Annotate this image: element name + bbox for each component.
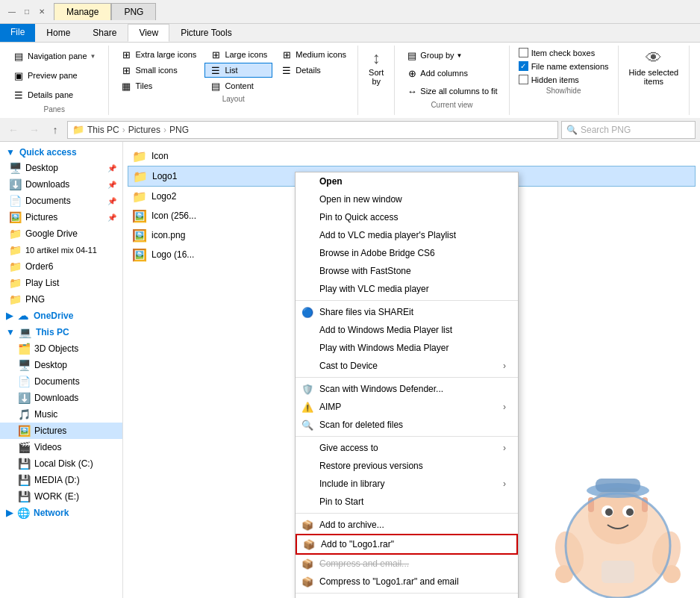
preview-pane-button[interactable]: ▣ Preview pane: [6, 66, 102, 84]
ctx-add-archive[interactable]: 📦 Add to archive...: [296, 516, 518, 534]
large-icons-btn[interactable]: ⊞ Large icons: [204, 47, 272, 62]
address-bar[interactable]: 📁 This PC › Pictures › PNG: [67, 121, 558, 139]
ctx-aimp[interactable]: ⚠️ AIMP ›: [296, 398, 518, 416]
sidebar-item-downloads-pc[interactable]: ⬇️ Downloads: [0, 390, 122, 406]
sidebar-item-documents-pc[interactable]: 📄 Documents: [0, 373, 122, 390]
ctx-shareit[interactable]: 🔵 Share files via SHAREit: [296, 303, 518, 321]
sidebar-item-pictures[interactable]: 🖼️ Pictures 📌: [0, 209, 122, 225]
order6-icon: 📁: [9, 261, 21, 272]
file-name-extensions[interactable]: ✓ File name extensions: [516, 60, 612, 72]
back-button[interactable]: ←: [4, 121, 22, 139]
ctx-add-logo1-rar[interactable]: 📦 Add to "Logo1.rar": [296, 534, 518, 555]
tab-share[interactable]: Share: [81, 24, 128, 42]
network-arrow: ▶: [6, 508, 13, 518]
ctx-browse-adobe[interactable]: Browse in Adobe Bridge CS6: [296, 244, 518, 262]
search-bar[interactable]: 🔍 Search PNG: [561, 121, 696, 139]
sidebar-item-videos[interactable]: 🎬 Videos: [0, 439, 122, 455]
file-icon-folder[interactable]: 📁 Icon: [128, 146, 696, 166]
search-icon: 🔍: [566, 125, 578, 135]
small-icons-btn[interactable]: ⊞ Small icons: [115, 63, 201, 78]
tab-picture-tools[interactable]: Picture Tools: [169, 24, 243, 42]
ctx-compress-logo1-email[interactable]: 📦 Compress to "Logo1.rar" and email: [296, 573, 518, 591]
ctx-give-access[interactable]: Give access to ›: [296, 439, 518, 457]
extra-large-btn[interactable]: ⊞ Extra large icons: [115, 47, 201, 62]
sidebar-item-order6[interactable]: 📁 Order6: [0, 258, 122, 275]
sidebar-item-10-artikel[interactable]: 📁 10 artikel mix 04-11: [0, 242, 122, 258]
list-btn[interactable]: ☰ List: [204, 63, 272, 78]
ctx-play-wmp[interactable]: Play with Windows Media Player: [296, 339, 518, 357]
hidden-items[interactable]: Hidden items: [516, 74, 612, 85]
ribbon-content: ▤ Navigation pane ▼ ▣ Preview pane ☰ Det…: [0, 42, 700, 118]
sidebar-item-playlist[interactable]: 📁 Play List: [0, 275, 122, 291]
ctx-sep1: [296, 300, 518, 301]
tiles-btn[interactable]: ▦ Tiles: [115, 78, 201, 93]
ctx-open[interactable]: Open: [296, 172, 518, 190]
sidebar-item-3d-objects[interactable]: 🗂️ 3D Objects: [0, 340, 122, 357]
layout-right: ⊞ Large icons ☰ List ▤ Content: [204, 47, 272, 93]
downloads-pc-icon: ⬇️: [18, 392, 30, 404]
ctx-play-vlc[interactable]: Play with VLC media player: [296, 280, 518, 298]
ctx-open-new-window[interactable]: Open in new window: [296, 190, 518, 208]
add-columns-icon: ⊕: [406, 67, 418, 79]
details-pane-button[interactable]: ☰ Details pane: [6, 86, 102, 104]
tab-view[interactable]: View: [128, 24, 169, 42]
ctx-add-vlc[interactable]: Add to VLC media player's Playlist: [296, 226, 518, 244]
ctx-pin-quick-access[interactable]: Pin to Quick access: [296, 208, 518, 226]
sidebar-item-desktop[interactable]: 🖥️ Desktop 📌: [0, 160, 122, 176]
nav-pane-button[interactable]: ▤ Navigation pane ▼: [6, 47, 102, 65]
large-icon: ⊞: [210, 49, 222, 60]
content-icon: ▤: [210, 80, 222, 92]
ctx-compress-email[interactable]: 📦 Compress and email...: [296, 555, 518, 573]
archive-icon: 📦: [301, 519, 313, 531]
sidebar-item-work-e[interactable]: 💾 WORK (E:): [0, 488, 122, 505]
item-check-boxes[interactable]: Item check boxes: [516, 47, 612, 58]
ctx-restore-versions[interactable]: Restore previous versions: [296, 457, 518, 475]
sidebar-item-local-disk-c[interactable]: 💾 Local Disk (C:): [0, 455, 122, 472]
sidebar-item-google-drive[interactable]: 📁 Google Drive: [0, 225, 122, 242]
item-check-checkbox: [519, 48, 528, 57]
hide-selected-button[interactable]: 👁 Hide selected items: [625, 47, 684, 87]
crumb-thispc[interactable]: This PC: [87, 125, 119, 135]
sidebar-item-png[interactable]: 📁 PNG: [0, 291, 122, 308]
this-pc-header[interactable]: ▼ 💻 This PC: [0, 324, 122, 340]
crumb-png[interactable]: PNG: [169, 125, 189, 135]
compress-email-icon: 📦: [301, 558, 313, 570]
sidebar-item-pictures-pc[interactable]: 🖼️ Pictures: [0, 423, 122, 439]
title-bar-icons: — □ ✕: [6, 6, 48, 18]
size-columns-button[interactable]: ↔ Size all columns to fit: [401, 83, 502, 99]
network-header[interactable]: ▶ 🌐 Network: [0, 505, 122, 521]
onedrive-header[interactable]: ▶ ☁ OneDrive: [0, 308, 122, 324]
tab-png[interactable]: PNG: [111, 3, 156, 20]
work-e-icon: 💾: [18, 490, 30, 502]
group-by-button[interactable]: ▤ Group by ▼: [401, 47, 502, 63]
sidebar-item-media-d[interactable]: 💾 MEDIA (D:): [0, 472, 122, 488]
ctx-scan-deleted[interactable]: 🔍 Scan for deleted files: [296, 416, 518, 434]
medium-icons-btn[interactable]: ⊞ Medium icons: [275, 47, 351, 62]
quick-access-header[interactable]: ▼ Quick access: [0, 145, 122, 160]
tab-manage[interactable]: Manage: [54, 3, 111, 20]
tab-home[interactable]: Home: [35, 24, 81, 42]
add-columns-button[interactable]: ⊕ Add columns: [401, 65, 502, 81]
sort-by-button[interactable]: ↕ Sort by: [364, 47, 388, 87]
maximize-icon[interactable]: □: [21, 6, 33, 18]
crumb-pictures[interactable]: Pictures: [128, 125, 160, 135]
small-icon: ⊞: [120, 64, 132, 76]
forward-button[interactable]: →: [25, 121, 43, 139]
sidebar-item-documents[interactable]: 📄 Documents 📌: [0, 193, 122, 209]
close-icon[interactable]: ✕: [36, 6, 48, 18]
sidebar-item-desktop-pc[interactable]: 🖥️ Desktop: [0, 357, 122, 373]
ctx-add-wmp[interactable]: Add to Windows Media Player list: [296, 321, 518, 339]
ctx-pin-start[interactable]: Pin to Start: [296, 493, 518, 511]
content-btn[interactable]: ▤ Content: [204, 78, 272, 93]
ctx-browse-faststone[interactable]: Browse with FastStone: [296, 262, 518, 280]
minimize-icon[interactable]: —: [6, 6, 18, 18]
sidebar-item-downloads[interactable]: ⬇️ Downloads 📌: [0, 176, 122, 193]
sidebar-item-music[interactable]: 🎵 Music: [0, 406, 122, 423]
ctx-include-library[interactable]: Include in library ›: [296, 475, 518, 493]
details-btn[interactable]: ☰ Details: [275, 63, 351, 78]
up-button[interactable]: ↑: [46, 121, 64, 139]
tiles-icon: ▦: [120, 80, 132, 92]
tab-file[interactable]: File: [0, 24, 35, 42]
ctx-cast-device[interactable]: Cast to Device ›: [296, 357, 518, 375]
ctx-scan-defender[interactable]: 🛡️ Scan with Windows Defender...: [296, 380, 518, 398]
